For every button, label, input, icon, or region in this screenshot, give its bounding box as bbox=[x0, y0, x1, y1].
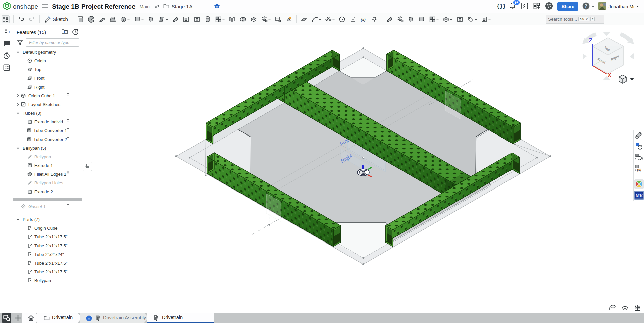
svg-text:(x): (x) bbox=[637, 168, 641, 172]
svg-text:Z: Z bbox=[589, 38, 592, 43]
svg-text:MK: MK bbox=[636, 193, 643, 198]
svg-text:{}}: {}} bbox=[497, 4, 505, 9]
svg-text:(x): (x) bbox=[361, 17, 366, 22]
svg-text:?: ? bbox=[584, 3, 587, 9]
svg-text:X: X bbox=[608, 72, 611, 78]
